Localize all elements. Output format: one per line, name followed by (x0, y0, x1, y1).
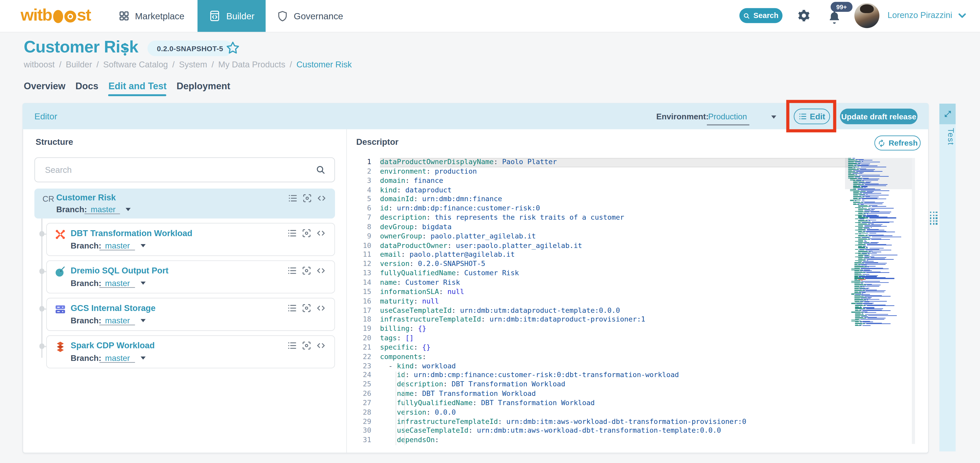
component-card-gcs-internal-storage[interactable]: GCS Internal StorageBranch:master (46, 298, 335, 331)
details-list-icon[interactable] (288, 266, 297, 275)
code-minimap[interactable] (847, 158, 911, 339)
nav-item-marketplace[interactable]: Marketplace (119, 0, 185, 32)
branch-select[interactable]: master (105, 279, 130, 288)
nav-label: Governance (294, 11, 343, 21)
root-card-actions (288, 193, 326, 203)
yaml-code-editor[interactable]: 1dataProductOwnerDisplayName: Paolo Plat… (350, 158, 850, 445)
tab-docs[interactable]: Docs (75, 81, 99, 96)
details-list-icon[interactable] (288, 228, 297, 238)
branch-caret-icon[interactable] (141, 244, 145, 247)
branch-select[interactable]: master (105, 316, 130, 325)
breadcrumb-link[interactable]: My Data Products (218, 60, 285, 69)
user-name[interactable]: Lorenzo Pirazzini (888, 11, 952, 20)
code-line-19: 19billing: {} (350, 325, 850, 334)
update-draft-release-button[interactable]: Update draft release (840, 109, 918, 124)
top-navbar: witbst Marketplace Builder (0, 0, 980, 32)
code-line-7: 7description: this represents the risk t… (350, 214, 850, 223)
search-icon (743, 12, 750, 19)
descriptor-pane-title: Descriptor (356, 137, 399, 147)
branch-caret-icon[interactable] (141, 319, 145, 322)
details-list-icon[interactable] (288, 193, 298, 203)
code-line-4: 4kind: dataproduct (350, 186, 850, 195)
environment-select[interactable]: Production (708, 112, 747, 121)
version-badge: 0.2.0-SNAPSHOT-5 (148, 41, 232, 56)
title-kebab-menu-icon[interactable] (124, 43, 126, 59)
focus-target-icon[interactable] (302, 228, 311, 238)
witboost-logo[interactable]: witbst (21, 6, 91, 25)
breadcrumb-link[interactable]: Builder (66, 60, 92, 69)
code-line-26: 26name: DBT Transformation Workload (350, 390, 850, 399)
test-drawer-strip (939, 104, 956, 452)
code-icon[interactable] (316, 266, 326, 275)
structure-search-input[interactable] (44, 165, 310, 175)
nav-item-governance[interactable]: Governance (277, 0, 343, 32)
nav-item-builder[interactable]: Builder (197, 0, 266, 32)
search-icon (316, 165, 326, 175)
test-tab-label[interactable]: Test (939, 128, 956, 146)
details-list-icon[interactable] (288, 303, 297, 313)
code-line-8: 8devGroup: bigdata (350, 223, 850, 232)
details-list-icon[interactable] (288, 341, 297, 350)
tab-overview[interactable]: Overview (24, 81, 65, 96)
structure-search-box (35, 157, 335, 182)
settings-gear-icon[interactable] (796, 9, 810, 22)
refresh-button[interactable]: Refresh (875, 136, 921, 151)
drawer-drag-handle[interactable] (930, 212, 938, 225)
code-line-30: 30useCaseTemplateId: urn:dmb:utm:aws-wor… (350, 427, 850, 436)
logo-o-filled-icon (53, 10, 63, 23)
breadcrumb-link[interactable]: Software Catalog (103, 60, 168, 69)
dremio-logo-icon (54, 266, 66, 278)
root-initials: CR (43, 194, 54, 203)
code-icon[interactable] (317, 193, 326, 203)
focus-target-icon[interactable] (302, 303, 311, 313)
focus-target-icon[interactable] (302, 341, 311, 350)
breadcrumb-link[interactable]: witboost (24, 60, 54, 69)
spark-logo-icon (54, 341, 66, 353)
refresh-icon (877, 139, 886, 147)
branch-select[interactable]: master (91, 205, 115, 214)
code-icon[interactable] (316, 341, 326, 350)
tab-edit-and-test[interactable]: Edit and Test (108, 81, 167, 96)
tree-node-dot (39, 268, 45, 274)
builder-code-window-icon (209, 10, 221, 22)
structure-root-card[interactable]: CR Customer Risk Branch:master (35, 189, 335, 219)
breadcrumb-current: Customer Risk (296, 60, 352, 69)
code-line-27: 27fullyQualifiedName: DBT Transformation… (350, 399, 850, 408)
component-card-dbt-transformation-workload[interactable]: DBT Transformation WorkloadBranch:master (46, 223, 335, 256)
code-icon[interactable] (316, 228, 326, 238)
logo-text-start: witb (21, 6, 52, 25)
app-root: witbst Marketplace Builder (0, 0, 980, 463)
tree-node-dot (39, 343, 45, 349)
global-search-button[interactable]: Search (739, 8, 782, 23)
branch-underline (99, 287, 135, 288)
code-line-14: 14name: Customer Risk (350, 278, 850, 288)
refresh-button-label: Refresh (889, 139, 918, 147)
breadcrumb-link[interactable]: System (179, 60, 207, 69)
tab-deployment[interactable]: Deployment (177, 81, 230, 96)
branch-underline (84, 213, 120, 214)
favorite-star-icon[interactable] (226, 41, 240, 55)
component-card-spark-cdp-workload[interactable]: Spark CDP WorkloadBranch:master (46, 335, 335, 368)
code-scrollbar[interactable] (912, 158, 915, 444)
branch-caret-icon[interactable] (141, 357, 145, 360)
user-menu-chevron-down-icon[interactable] (958, 13, 966, 19)
code-line-1: 1dataProductOwnerDisplayName: Paolo Plat… (350, 158, 850, 167)
branch-select[interactable]: master (105, 354, 130, 363)
branch-caret-icon[interactable] (126, 208, 130, 211)
code-line-10: 10dataProductOwner: user:paolo.platter_a… (350, 241, 850, 251)
code-icon[interactable] (316, 303, 326, 313)
root-name: Customer Risk (56, 193, 116, 202)
code-line-20: 20tags: [] (350, 334, 850, 343)
branch-select[interactable]: master (105, 241, 130, 250)
branch-caret-icon[interactable] (141, 282, 145, 285)
expand-test-drawer-button[interactable] (939, 104, 956, 124)
component-name: Dremio SQL Output Port (70, 266, 169, 275)
focus-target-icon[interactable] (302, 266, 311, 275)
environment-select-underline (707, 124, 749, 125)
code-line-15: 15informationSLA: null (350, 288, 850, 297)
user-avatar[interactable] (854, 3, 879, 28)
breadcrumb: witboost/ Builder/ Software Catalog/ Sys… (24, 60, 352, 69)
environment-caret-icon[interactable] (771, 116, 776, 119)
focus-target-icon[interactable] (302, 193, 312, 203)
component-card-dremio-sql-output-port[interactable]: Dremio SQL Output PortBranch:master (46, 260, 335, 293)
